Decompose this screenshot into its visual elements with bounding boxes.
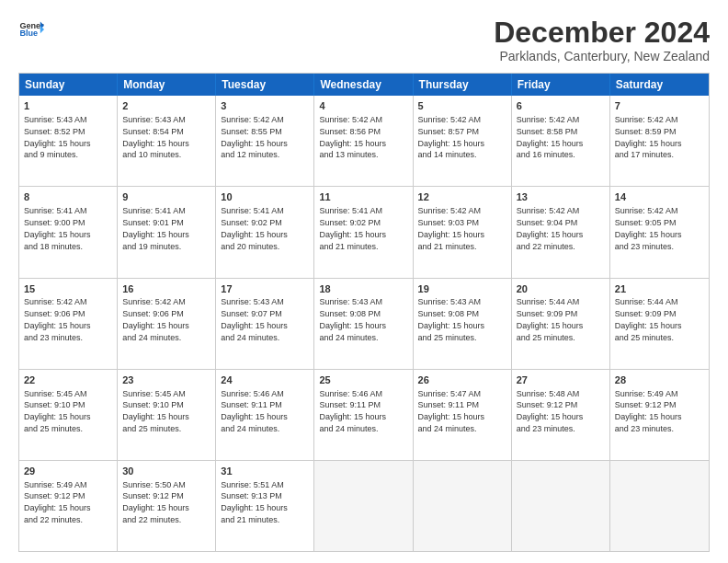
calendar-week-0: 1Sunrise: 5:43 AM Sunset: 8:52 PM Daylig… xyxy=(19,96,709,187)
header-day-wednesday: Wednesday xyxy=(314,74,413,96)
day-number: 26 xyxy=(418,373,506,387)
day-info: Sunrise: 5:43 AM Sunset: 9:08 PM Dayligh… xyxy=(319,297,386,341)
day-info: Sunrise: 5:42 AM Sunset: 9:03 PM Dayligh… xyxy=(418,206,485,250)
day-number: 30 xyxy=(122,465,210,478)
day-number: 11 xyxy=(319,190,407,204)
day-info: Sunrise: 5:42 AM Sunset: 8:56 PM Dayligh… xyxy=(319,115,386,159)
day-info: Sunrise: 5:42 AM Sunset: 9:04 PM Dayligh… xyxy=(517,206,584,250)
day-number: 3 xyxy=(221,99,309,113)
day-number: 12 xyxy=(418,190,506,204)
day-number: 29 xyxy=(24,465,112,478)
day-number: 8 xyxy=(24,190,112,204)
calendar-cell-w3-d2: 24Sunrise: 5:46 AM Sunset: 9:11 PM Dayli… xyxy=(216,370,314,460)
calendar-cell-w0-d2: 3Sunrise: 5:42 AM Sunset: 8:55 PM Daylig… xyxy=(216,96,314,186)
calendar-header: SundayMondayTuesdayWednesdayThursdayFrid… xyxy=(19,74,709,96)
calendar-cell-w0-d5: 6Sunrise: 5:42 AM Sunset: 8:58 PM Daylig… xyxy=(512,96,610,186)
day-number: 7 xyxy=(615,99,704,113)
calendar-cell-w2-d2: 17Sunrise: 5:43 AM Sunset: 9:07 PM Dayli… xyxy=(216,279,314,369)
day-number: 28 xyxy=(615,373,704,387)
day-info: Sunrise: 5:47 AM Sunset: 9:11 PM Dayligh… xyxy=(418,389,485,433)
calendar-cell-w4-d5 xyxy=(512,461,610,551)
calendar-cell-w4-d1: 30Sunrise: 5:50 AM Sunset: 9:12 PM Dayli… xyxy=(118,461,216,551)
day-number: 6 xyxy=(517,99,605,113)
calendar-cell-w2-d3: 18Sunrise: 5:43 AM Sunset: 9:08 PM Dayli… xyxy=(314,279,413,369)
day-number: 18 xyxy=(319,282,407,296)
calendar-week-1: 8Sunrise: 5:41 AM Sunset: 9:00 PM Daylig… xyxy=(19,187,709,278)
calendar-body: 1Sunrise: 5:43 AM Sunset: 8:52 PM Daylig… xyxy=(19,96,709,551)
header-day-friday: Friday xyxy=(512,74,610,96)
day-info: Sunrise: 5:49 AM Sunset: 9:12 PM Dayligh… xyxy=(24,480,91,524)
day-info: Sunrise: 5:44 AM Sunset: 9:09 PM Dayligh… xyxy=(615,297,682,341)
header-day-sunday: Sunday xyxy=(19,74,118,96)
day-info: Sunrise: 5:41 AM Sunset: 9:01 PM Dayligh… xyxy=(122,206,189,250)
day-number: 10 xyxy=(221,190,309,204)
day-number: 2 xyxy=(122,99,210,113)
day-number: 19 xyxy=(418,282,506,296)
title-block: December 2024 Parklands, Canterbury, New… xyxy=(494,17,710,63)
day-number: 4 xyxy=(319,99,407,113)
calendar: SundayMondayTuesdayWednesdayThursdayFrid… xyxy=(18,73,710,552)
day-info: Sunrise: 5:41 AM Sunset: 9:02 PM Dayligh… xyxy=(221,206,288,250)
day-info: Sunrise: 5:43 AM Sunset: 8:52 PM Dayligh… xyxy=(24,115,91,159)
day-number: 17 xyxy=(221,282,309,296)
day-info: Sunrise: 5:42 AM Sunset: 9:06 PM Dayligh… xyxy=(122,297,189,341)
calendar-cell-w3-d4: 26Sunrise: 5:47 AM Sunset: 9:11 PM Dayli… xyxy=(414,370,512,460)
calendar-cell-w4-d3 xyxy=(314,461,413,551)
day-info: Sunrise: 5:43 AM Sunset: 9:08 PM Dayligh… xyxy=(418,297,485,341)
day-info: Sunrise: 5:42 AM Sunset: 8:55 PM Dayligh… xyxy=(221,115,288,159)
day-info: Sunrise: 5:43 AM Sunset: 9:07 PM Dayligh… xyxy=(221,297,288,341)
day-info: Sunrise: 5:44 AM Sunset: 9:09 PM Dayligh… xyxy=(517,297,584,341)
calendar-cell-w1-d2: 10Sunrise: 5:41 AM Sunset: 9:02 PM Dayli… xyxy=(216,187,314,277)
day-info: Sunrise: 5:42 AM Sunset: 9:05 PM Dayligh… xyxy=(615,206,682,250)
calendar-cell-w2-d0: 15Sunrise: 5:42 AM Sunset: 9:06 PM Dayli… xyxy=(19,279,118,369)
day-info: Sunrise: 5:50 AM Sunset: 9:12 PM Dayligh… xyxy=(122,480,189,524)
calendar-cell-w1-d4: 12Sunrise: 5:42 AM Sunset: 9:03 PM Dayli… xyxy=(414,187,512,277)
day-number: 13 xyxy=(517,190,605,204)
calendar-cell-w3-d0: 22Sunrise: 5:45 AM Sunset: 9:10 PM Dayli… xyxy=(19,370,118,460)
day-info: Sunrise: 5:42 AM Sunset: 8:58 PM Dayligh… xyxy=(517,115,584,159)
calendar-cell-w3-d6: 28Sunrise: 5:49 AM Sunset: 9:12 PM Dayli… xyxy=(610,370,709,460)
day-info: Sunrise: 5:49 AM Sunset: 9:12 PM Dayligh… xyxy=(615,389,682,433)
calendar-cell-w0-d0: 1Sunrise: 5:43 AM Sunset: 8:52 PM Daylig… xyxy=(19,96,118,186)
day-number: 24 xyxy=(221,373,309,387)
calendar-cell-w4-d4 xyxy=(414,461,512,551)
day-number: 23 xyxy=(122,373,210,387)
day-number: 16 xyxy=(122,282,210,296)
day-info: Sunrise: 5:45 AM Sunset: 9:10 PM Dayligh… xyxy=(24,389,91,433)
calendar-cell-w2-d6: 21Sunrise: 5:44 AM Sunset: 9:09 PM Dayli… xyxy=(610,279,709,369)
day-number: 15 xyxy=(24,282,112,296)
calendar-week-3: 22Sunrise: 5:45 AM Sunset: 9:10 PM Dayli… xyxy=(19,370,709,461)
main-title: December 2024 xyxy=(494,17,710,49)
day-info: Sunrise: 5:46 AM Sunset: 9:11 PM Dayligh… xyxy=(221,389,288,433)
calendar-cell-w4-d0: 29Sunrise: 5:49 AM Sunset: 9:12 PM Dayli… xyxy=(19,461,118,551)
day-number: 14 xyxy=(615,190,704,204)
calendar-cell-w3-d1: 23Sunrise: 5:45 AM Sunset: 9:10 PM Dayli… xyxy=(118,370,216,460)
svg-text:Blue: Blue xyxy=(19,29,38,38)
day-info: Sunrise: 5:45 AM Sunset: 9:10 PM Dayligh… xyxy=(122,389,189,433)
header-day-monday: Monday xyxy=(118,74,216,96)
day-number: 20 xyxy=(517,282,605,296)
calendar-cell-w2-d5: 20Sunrise: 5:44 AM Sunset: 9:09 PM Dayli… xyxy=(512,279,610,369)
day-info: Sunrise: 5:51 AM Sunset: 9:13 PM Dayligh… xyxy=(221,480,288,524)
header: General Blue December 2024 Parklands, Ca… xyxy=(18,17,710,63)
day-number: 22 xyxy=(24,373,112,387)
day-info: Sunrise: 5:43 AM Sunset: 8:54 PM Dayligh… xyxy=(122,115,189,159)
day-number: 5 xyxy=(418,99,506,113)
calendar-cell-w0-d3: 4Sunrise: 5:42 AM Sunset: 8:56 PM Daylig… xyxy=(314,96,413,186)
calendar-week-4: 29Sunrise: 5:49 AM Sunset: 9:12 PM Dayli… xyxy=(19,461,709,551)
day-info: Sunrise: 5:48 AM Sunset: 9:12 PM Dayligh… xyxy=(517,389,584,433)
calendar-cell-w0-d6: 7Sunrise: 5:42 AM Sunset: 8:59 PM Daylig… xyxy=(610,96,709,186)
day-number: 9 xyxy=(122,190,210,204)
calendar-cell-w0-d1: 2Sunrise: 5:43 AM Sunset: 8:54 PM Daylig… xyxy=(118,96,216,186)
header-day-tuesday: Tuesday xyxy=(216,74,314,96)
day-info: Sunrise: 5:46 AM Sunset: 9:11 PM Dayligh… xyxy=(319,389,386,433)
day-info: Sunrise: 5:41 AM Sunset: 9:02 PM Dayligh… xyxy=(319,206,386,250)
day-number: 21 xyxy=(615,282,704,296)
day-info: Sunrise: 5:42 AM Sunset: 8:59 PM Dayligh… xyxy=(615,115,682,159)
calendar-cell-w1-d0: 8Sunrise: 5:41 AM Sunset: 9:00 PM Daylig… xyxy=(19,187,118,277)
subtitle: Parklands, Canterbury, New Zealand xyxy=(494,49,710,63)
calendar-week-2: 15Sunrise: 5:42 AM Sunset: 9:06 PM Dayli… xyxy=(19,279,709,370)
calendar-cell-w4-d6 xyxy=(610,461,709,551)
calendar-cell-w2-d1: 16Sunrise: 5:42 AM Sunset: 9:06 PM Dayli… xyxy=(118,279,216,369)
day-info: Sunrise: 5:41 AM Sunset: 9:00 PM Dayligh… xyxy=(24,206,91,250)
